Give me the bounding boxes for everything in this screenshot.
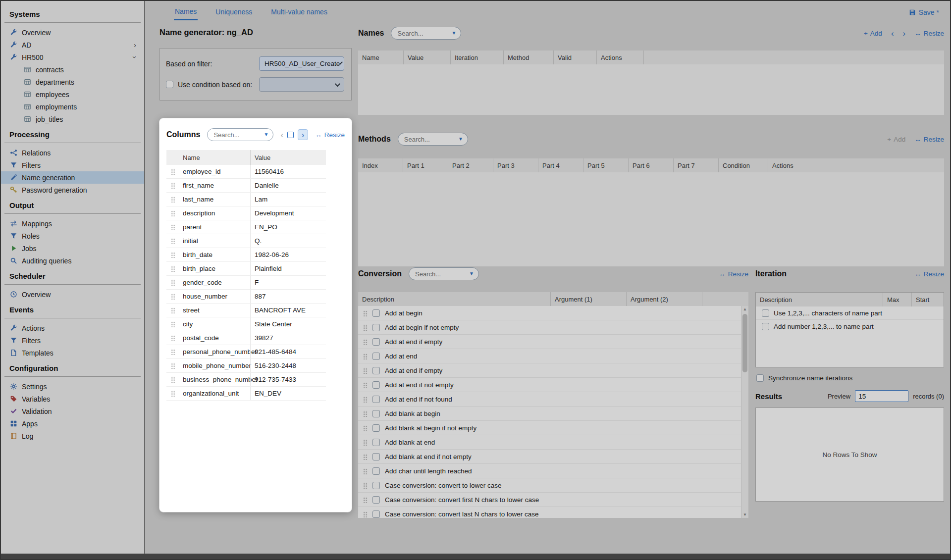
column-header-value[interactable]: Value xyxy=(250,150,326,165)
conversion-row-checkbox[interactable] xyxy=(372,338,380,346)
scrollbar[interactable]: ▲ ▼ xyxy=(741,306,748,518)
tab-multi-value-names[interactable]: Multi-value names xyxy=(270,5,328,19)
drag-handle-icon[interactable] xyxy=(363,439,368,446)
conversion-row-checkbox[interactable] xyxy=(372,482,380,489)
sidebar-item-mappings[interactable]: Mappings xyxy=(1,217,144,230)
drag-handle-icon[interactable] xyxy=(363,482,368,489)
drag-handle-icon[interactable] xyxy=(171,307,175,313)
conversion-row[interactable]: Add at end xyxy=(358,349,748,363)
drag-handle-icon[interactable] xyxy=(363,425,368,431)
based-on-filter-select[interactable]: HR500_AD_User_Create xyxy=(259,56,344,71)
conversion-row-checkbox[interactable] xyxy=(372,309,380,317)
conversion-resize-link[interactable]: ↔ Resize xyxy=(719,270,748,278)
table-row[interactable]: organizational_unit EN_DEV xyxy=(166,387,326,401)
drag-handle-icon[interactable] xyxy=(363,310,368,316)
drag-handle-icon[interactable] xyxy=(363,367,368,374)
scroll-down-icon[interactable]: ▼ xyxy=(741,512,748,517)
conversion-header-description[interactable]: Description xyxy=(358,292,551,306)
drag-handle-icon[interactable] xyxy=(363,454,368,460)
methods-resize-link[interactable]: ↔ Resize xyxy=(914,136,944,143)
conversion-row[interactable]: Add at begin if not empty xyxy=(358,320,748,335)
sidebar-item-name-generation[interactable]: Name generation xyxy=(1,171,144,184)
chevron-right-icon[interactable]: › xyxy=(134,41,136,49)
column-header-name[interactable]: Name xyxy=(180,150,250,165)
conversion-row[interactable]: Add at end if not found xyxy=(358,392,748,407)
names-prev-button[interactable]: ‹ xyxy=(891,29,894,38)
methods-header-actions[interactable]: Actions xyxy=(768,158,820,172)
drag-handle-icon[interactable] xyxy=(171,224,175,230)
table-row[interactable]: parent EN_PO xyxy=(166,220,326,234)
chevron-down-icon[interactable]: › xyxy=(131,56,139,58)
columns-search[interactable]: ▼ xyxy=(207,128,273,141)
conversion-header-argument2[interactable]: Argument (2) xyxy=(627,292,702,306)
iteration-row-checkbox[interactable] xyxy=(762,309,769,317)
table-row[interactable]: birth_date 1982-06-26 xyxy=(166,248,326,262)
table-row[interactable]: city State Center xyxy=(166,317,326,331)
table-row[interactable]: gender_code F xyxy=(166,276,326,290)
sidebar-item-scheduler-overview[interactable]: Overview xyxy=(1,288,144,301)
methods-header-part3[interactable]: Part 3 xyxy=(493,158,538,172)
names-add-button[interactable]: + Add xyxy=(864,30,882,37)
sidebar-item-settings[interactable]: Settings xyxy=(1,380,144,393)
search-caret-icon[interactable]: ▼ xyxy=(458,137,463,142)
names-search[interactable]: ▼ xyxy=(391,27,461,40)
drag-handle-icon[interactable] xyxy=(171,252,175,258)
names-header-method[interactable]: Method xyxy=(504,51,554,64)
methods-header-part7[interactable]: Part 7 xyxy=(674,158,719,172)
sidebar-item-actions[interactable]: Actions xyxy=(1,322,144,334)
conversion-row-checkbox[interactable] xyxy=(372,353,380,360)
conversion-row-checkbox[interactable] xyxy=(372,410,380,417)
use-condition-checkbox[interactable] xyxy=(166,81,173,88)
drag-handle-icon[interactable] xyxy=(171,349,175,355)
columns-resize-link[interactable]: ↔ Resize xyxy=(315,131,345,139)
conversion-row-checkbox[interactable] xyxy=(372,396,380,403)
table-row[interactable]: personal_phone_number 921-485-6484 xyxy=(166,345,326,359)
conversion-row-checkbox[interactable] xyxy=(372,467,380,475)
sidebar-item-log[interactable]: Log xyxy=(1,430,144,442)
sidebar-item-templates[interactable]: Templates xyxy=(1,347,144,359)
search-caret-icon[interactable]: ▼ xyxy=(264,132,269,137)
sidebar-item-variables[interactable]: Variables xyxy=(1,393,144,405)
conversion-row[interactable]: Add char until length reached xyxy=(358,464,748,478)
drag-handle-icon[interactable] xyxy=(171,279,175,286)
scroll-up-icon[interactable]: ▲ xyxy=(741,307,748,311)
conversion-row[interactable]: Case conversion: convert first N chars t… xyxy=(358,493,748,507)
drag-handle-icon[interactable] xyxy=(363,339,368,345)
names-header-iteration[interactable]: Iteration xyxy=(451,51,504,64)
iteration-header-description[interactable]: Description xyxy=(756,293,883,306)
conversion-row-checkbox[interactable] xyxy=(372,496,380,504)
methods-header-index[interactable]: Index xyxy=(358,158,403,172)
table-row[interactable]: first_name Danielle xyxy=(166,179,326,193)
sidebar-item-event-filters[interactable]: Filters xyxy=(1,334,144,347)
conversion-row[interactable]: Add blank at begin if not empty xyxy=(358,421,748,435)
conversion-row-checkbox[interactable] xyxy=(372,424,380,432)
search-caret-icon[interactable]: ▼ xyxy=(469,271,474,276)
drag-handle-icon[interactable] xyxy=(171,321,175,327)
table-row[interactable]: street BANCROFT AVE xyxy=(166,304,326,317)
conversion-row-checkbox[interactable] xyxy=(372,324,380,331)
methods-header-part6[interactable]: Part 6 xyxy=(629,158,674,172)
names-header-actions[interactable]: Actions xyxy=(597,51,644,64)
columns-search-input[interactable] xyxy=(210,131,264,139)
conversion-row[interactable]: Add at end if empty xyxy=(358,335,748,349)
methods-search-input[interactable] xyxy=(400,136,458,143)
drag-handle-icon[interactable] xyxy=(171,376,175,383)
drag-handle-icon[interactable] xyxy=(171,196,175,203)
sidebar-item-apps[interactable]: Apps xyxy=(1,417,144,430)
drag-handle-icon[interactable] xyxy=(363,396,368,403)
table-row[interactable]: house_number 887 xyxy=(166,290,326,304)
save-button[interactable]: Save * xyxy=(909,8,939,16)
drag-handle-icon[interactable] xyxy=(363,382,368,388)
drag-handle-icon[interactable] xyxy=(171,168,175,175)
sidebar-item-hr500[interactable]: HR500 › xyxy=(1,51,144,63)
drag-handle-icon[interactable] xyxy=(171,335,175,341)
table-row[interactable]: description Development xyxy=(166,206,326,220)
drag-handle-icon[interactable] xyxy=(171,210,175,216)
drag-handle-icon[interactable] xyxy=(171,390,175,397)
drag-handle-icon[interactable] xyxy=(363,497,368,503)
conversion-row-checkbox[interactable] xyxy=(372,510,380,518)
sidebar-item-contracts[interactable]: contracts xyxy=(1,63,144,76)
search-caret-icon[interactable]: ▼ xyxy=(452,31,457,36)
table-row[interactable]: birth_place Plainfield xyxy=(166,262,326,276)
sidebar-item-job-titles[interactable]: job_titles xyxy=(1,113,144,125)
